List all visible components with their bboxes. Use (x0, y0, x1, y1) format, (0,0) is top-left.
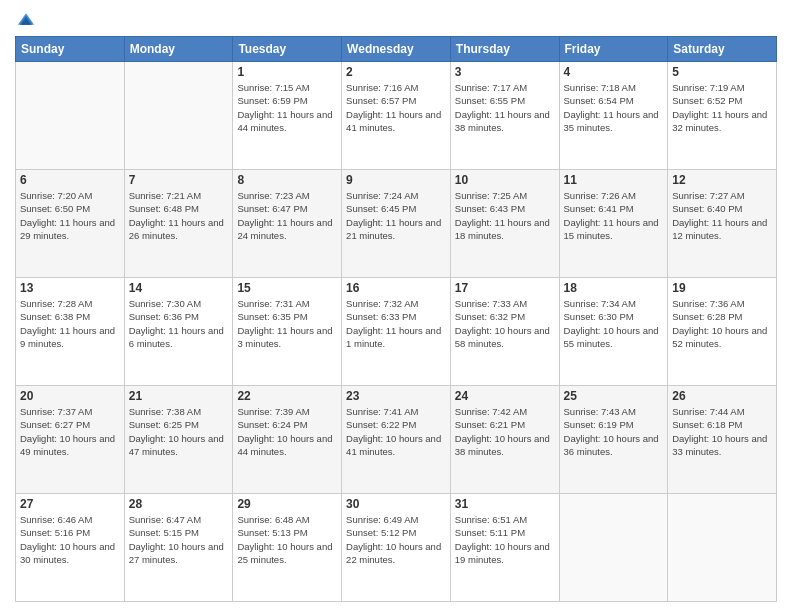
calendar-cell: 2Sunrise: 7:16 AM Sunset: 6:57 PM Daylig… (342, 62, 451, 170)
calendar-cell: 18Sunrise: 7:34 AM Sunset: 6:30 PM Dayli… (559, 278, 668, 386)
day-number: 13 (20, 281, 120, 295)
calendar-cell (124, 62, 233, 170)
calendar-cell (559, 494, 668, 602)
calendar-cell: 21Sunrise: 7:38 AM Sunset: 6:25 PM Dayli… (124, 386, 233, 494)
day-info: Sunrise: 7:21 AM Sunset: 6:48 PM Dayligh… (129, 189, 229, 242)
calendar-week-row: 6Sunrise: 7:20 AM Sunset: 6:50 PM Daylig… (16, 170, 777, 278)
calendar-cell: 20Sunrise: 7:37 AM Sunset: 6:27 PM Dayli… (16, 386, 125, 494)
calendar-cell: 1Sunrise: 7:15 AM Sunset: 6:59 PM Daylig… (233, 62, 342, 170)
day-info: Sunrise: 7:44 AM Sunset: 6:18 PM Dayligh… (672, 405, 772, 458)
day-info: Sunrise: 7:30 AM Sunset: 6:36 PM Dayligh… (129, 297, 229, 350)
day-number: 14 (129, 281, 229, 295)
calendar-cell: 16Sunrise: 7:32 AM Sunset: 6:33 PM Dayli… (342, 278, 451, 386)
calendar-cell: 12Sunrise: 7:27 AM Sunset: 6:40 PM Dayli… (668, 170, 777, 278)
calendar-cell: 14Sunrise: 7:30 AM Sunset: 6:36 PM Dayli… (124, 278, 233, 386)
day-number: 11 (564, 173, 664, 187)
calendar-week-row: 1Sunrise: 7:15 AM Sunset: 6:59 PM Daylig… (16, 62, 777, 170)
day-info: Sunrise: 7:16 AM Sunset: 6:57 PM Dayligh… (346, 81, 446, 134)
calendar-header-thursday: Thursday (450, 37, 559, 62)
day-number: 18 (564, 281, 664, 295)
day-info: Sunrise: 7:39 AM Sunset: 6:24 PM Dayligh… (237, 405, 337, 458)
calendar-cell: 22Sunrise: 7:39 AM Sunset: 6:24 PM Dayli… (233, 386, 342, 494)
calendar-header-wednesday: Wednesday (342, 37, 451, 62)
calendar-cell: 6Sunrise: 7:20 AM Sunset: 6:50 PM Daylig… (16, 170, 125, 278)
day-info: Sunrise: 7:34 AM Sunset: 6:30 PM Dayligh… (564, 297, 664, 350)
calendar-table: SundayMondayTuesdayWednesdayThursdayFrid… (15, 36, 777, 602)
header (15, 10, 777, 28)
day-info: Sunrise: 7:19 AM Sunset: 6:52 PM Dayligh… (672, 81, 772, 134)
calendar-cell: 3Sunrise: 7:17 AM Sunset: 6:55 PM Daylig… (450, 62, 559, 170)
calendar-header-friday: Friday (559, 37, 668, 62)
calendar-week-row: 13Sunrise: 7:28 AM Sunset: 6:38 PM Dayli… (16, 278, 777, 386)
day-info: Sunrise: 7:23 AM Sunset: 6:47 PM Dayligh… (237, 189, 337, 242)
calendar-cell: 26Sunrise: 7:44 AM Sunset: 6:18 PM Dayli… (668, 386, 777, 494)
day-info: Sunrise: 6:47 AM Sunset: 5:15 PM Dayligh… (129, 513, 229, 566)
day-number: 22 (237, 389, 337, 403)
calendar-cell: 29Sunrise: 6:48 AM Sunset: 5:13 PM Dayli… (233, 494, 342, 602)
day-number: 9 (346, 173, 446, 187)
logo-icon (17, 10, 35, 28)
calendar-cell: 4Sunrise: 7:18 AM Sunset: 6:54 PM Daylig… (559, 62, 668, 170)
calendar-week-row: 27Sunrise: 6:46 AM Sunset: 5:16 PM Dayli… (16, 494, 777, 602)
day-number: 29 (237, 497, 337, 511)
calendar-cell: 27Sunrise: 6:46 AM Sunset: 5:16 PM Dayli… (16, 494, 125, 602)
day-info: Sunrise: 7:27 AM Sunset: 6:40 PM Dayligh… (672, 189, 772, 242)
calendar-cell (16, 62, 125, 170)
day-number: 3 (455, 65, 555, 79)
day-number: 25 (564, 389, 664, 403)
calendar-cell: 13Sunrise: 7:28 AM Sunset: 6:38 PM Dayli… (16, 278, 125, 386)
day-number: 7 (129, 173, 229, 187)
day-info: Sunrise: 7:32 AM Sunset: 6:33 PM Dayligh… (346, 297, 446, 350)
calendar-cell: 8Sunrise: 7:23 AM Sunset: 6:47 PM Daylig… (233, 170, 342, 278)
day-number: 8 (237, 173, 337, 187)
calendar-week-row: 20Sunrise: 7:37 AM Sunset: 6:27 PM Dayli… (16, 386, 777, 494)
day-number: 4 (564, 65, 664, 79)
calendar-cell: 7Sunrise: 7:21 AM Sunset: 6:48 PM Daylig… (124, 170, 233, 278)
day-info: Sunrise: 7:18 AM Sunset: 6:54 PM Dayligh… (564, 81, 664, 134)
day-info: Sunrise: 7:36 AM Sunset: 6:28 PM Dayligh… (672, 297, 772, 350)
day-number: 19 (672, 281, 772, 295)
day-info: Sunrise: 7:38 AM Sunset: 6:25 PM Dayligh… (129, 405, 229, 458)
calendar-cell: 10Sunrise: 7:25 AM Sunset: 6:43 PM Dayli… (450, 170, 559, 278)
day-number: 15 (237, 281, 337, 295)
calendar-cell: 30Sunrise: 6:49 AM Sunset: 5:12 PM Dayli… (342, 494, 451, 602)
calendar-header-saturday: Saturday (668, 37, 777, 62)
day-number: 5 (672, 65, 772, 79)
calendar-header-tuesday: Tuesday (233, 37, 342, 62)
day-number: 10 (455, 173, 555, 187)
day-info: Sunrise: 7:20 AM Sunset: 6:50 PM Dayligh… (20, 189, 120, 242)
calendar-cell: 19Sunrise: 7:36 AM Sunset: 6:28 PM Dayli… (668, 278, 777, 386)
day-info: Sunrise: 6:48 AM Sunset: 5:13 PM Dayligh… (237, 513, 337, 566)
day-info: Sunrise: 7:24 AM Sunset: 6:45 PM Dayligh… (346, 189, 446, 242)
day-number: 27 (20, 497, 120, 511)
calendar-cell: 28Sunrise: 6:47 AM Sunset: 5:15 PM Dayli… (124, 494, 233, 602)
day-number: 28 (129, 497, 229, 511)
calendar-header-monday: Monday (124, 37, 233, 62)
day-info: Sunrise: 7:26 AM Sunset: 6:41 PM Dayligh… (564, 189, 664, 242)
day-number: 21 (129, 389, 229, 403)
calendar-cell: 11Sunrise: 7:26 AM Sunset: 6:41 PM Dayli… (559, 170, 668, 278)
calendar-cell: 24Sunrise: 7:42 AM Sunset: 6:21 PM Dayli… (450, 386, 559, 494)
calendar-cell: 17Sunrise: 7:33 AM Sunset: 6:32 PM Dayli… (450, 278, 559, 386)
page: SundayMondayTuesdayWednesdayThursdayFrid… (0, 0, 792, 612)
calendar-header-sunday: Sunday (16, 37, 125, 62)
calendar-cell: 9Sunrise: 7:24 AM Sunset: 6:45 PM Daylig… (342, 170, 451, 278)
day-number: 20 (20, 389, 120, 403)
day-info: Sunrise: 6:46 AM Sunset: 5:16 PM Dayligh… (20, 513, 120, 566)
day-info: Sunrise: 7:41 AM Sunset: 6:22 PM Dayligh… (346, 405, 446, 458)
calendar-cell: 25Sunrise: 7:43 AM Sunset: 6:19 PM Dayli… (559, 386, 668, 494)
calendar-cell: 15Sunrise: 7:31 AM Sunset: 6:35 PM Dayli… (233, 278, 342, 386)
calendar-body: 1Sunrise: 7:15 AM Sunset: 6:59 PM Daylig… (16, 62, 777, 602)
day-info: Sunrise: 6:49 AM Sunset: 5:12 PM Dayligh… (346, 513, 446, 566)
day-info: Sunrise: 6:51 AM Sunset: 5:11 PM Dayligh… (455, 513, 555, 566)
calendar-cell: 23Sunrise: 7:41 AM Sunset: 6:22 PM Dayli… (342, 386, 451, 494)
day-number: 23 (346, 389, 446, 403)
day-info: Sunrise: 7:42 AM Sunset: 6:21 PM Dayligh… (455, 405, 555, 458)
day-info: Sunrise: 7:25 AM Sunset: 6:43 PM Dayligh… (455, 189, 555, 242)
day-info: Sunrise: 7:37 AM Sunset: 6:27 PM Dayligh… (20, 405, 120, 458)
day-number: 26 (672, 389, 772, 403)
day-number: 16 (346, 281, 446, 295)
day-number: 2 (346, 65, 446, 79)
day-info: Sunrise: 7:28 AM Sunset: 6:38 PM Dayligh… (20, 297, 120, 350)
day-number: 24 (455, 389, 555, 403)
